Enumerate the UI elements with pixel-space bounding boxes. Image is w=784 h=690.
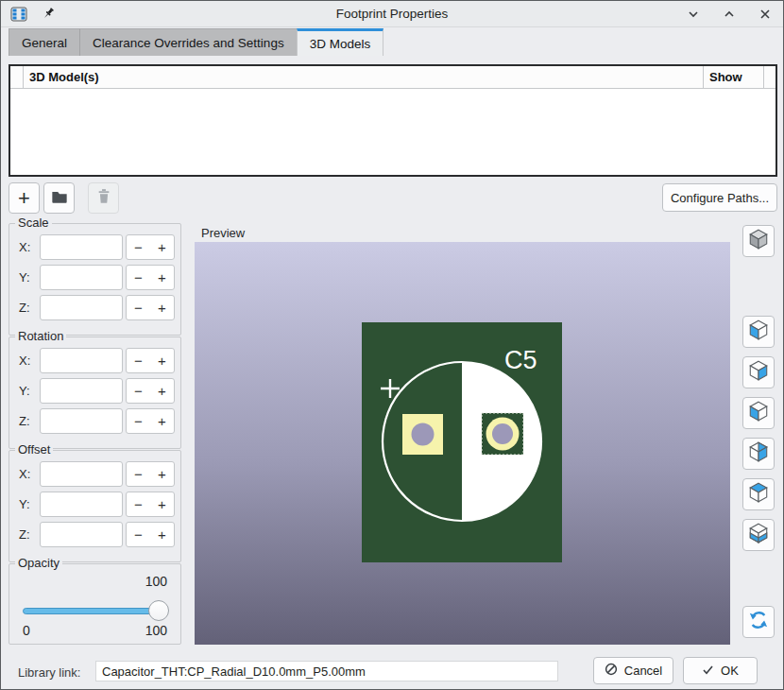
preview-3d-viewport[interactable]: C5 (195, 242, 730, 645)
plus-button[interactable]: + (150, 492, 174, 516)
window-title: Footprint Properties (1, 7, 783, 21)
refresh-icon (747, 609, 770, 635)
library-link-field (95, 661, 558, 681)
rotation-x-spinner: − + (126, 348, 175, 373)
tab-bar: General Clearance Overrides and Settings… (9, 28, 383, 56)
cancel-icon (605, 663, 618, 679)
offset-y-input[interactable] (40, 492, 123, 517)
minus-button[interactable]: − (127, 379, 150, 403)
scale-x-spinner: − + (126, 234, 175, 260)
scale-y-label: Y: (19, 270, 40, 285)
offset-y-label: Y: (19, 497, 40, 511)
library-link-label: Library link: (18, 665, 80, 680)
view-right-button[interactable] (742, 356, 775, 388)
offset-x-spinner: − + (126, 461, 175, 487)
view-bottom-button[interactable] (742, 519, 775, 551)
rotation-z-spinner: − + (126, 408, 175, 434)
scale-z-input[interactable] (40, 295, 123, 320)
view-back-cube-icon (747, 440, 770, 467)
plus-button[interactable]: + (150, 349, 174, 372)
chevron-down-icon[interactable] (685, 6, 702, 23)
models-table-corner-cell (10, 66, 24, 89)
rotation-y-input[interactable] (40, 378, 123, 404)
view-back-button[interactable] (742, 438, 775, 470)
ok-label: OK (721, 664, 739, 678)
minus-button[interactable]: − (127, 235, 150, 259)
check-icon (702, 664, 714, 679)
titlebar: Footprint Properties (1, 1, 783, 27)
opacity-slider-thumb[interactable] (148, 600, 169, 621)
view-right-cube-icon (747, 359, 770, 386)
view-front-button[interactable] (742, 397, 775, 429)
offset-x-row: X: − + (15, 458, 175, 489)
opacity-slider-track[interactable] (23, 608, 167, 614)
rotation-x-row: X: − + (15, 345, 175, 375)
offset-group-title: Offset (15, 442, 53, 457)
pcb-board-render: C5 (362, 322, 562, 562)
isometric-cube-icon (747, 228, 770, 254)
minus-button[interactable]: − (127, 462, 150, 486)
plus-button[interactable]: + (150, 409, 174, 433)
opacity-max-label: 100 (145, 623, 167, 638)
offset-z-input[interactable] (40, 522, 123, 547)
ok-button[interactable]: OK (683, 657, 758, 684)
view-left-cube-icon (747, 319, 770, 345)
view-left-button[interactable] (742, 316, 775, 348)
minus-button[interactable]: − (127, 523, 150, 546)
opacity-min-label: 0 (23, 623, 30, 638)
plus-button[interactable]: + (150, 523, 174, 546)
models-table[interactable]: 3D Model(s) Show (9, 64, 777, 177)
plus-button[interactable]: + (150, 235, 174, 259)
minus-button[interactable]: − (127, 492, 150, 516)
view-top-button[interactable] (742, 478, 775, 510)
reload-preview-button[interactable] (742, 606, 775, 638)
opacity-slider[interactable] (23, 600, 167, 621)
folder-icon (51, 189, 68, 208)
tab-general-label: General (22, 36, 67, 50)
plus-button[interactable]: + (150, 266, 174, 289)
cancel-label: Cancel (624, 664, 662, 678)
tab-general[interactable]: General (9, 28, 80, 56)
offset-z-row: Z: − + (15, 519, 175, 549)
view-top-cube-icon (747, 481, 770, 508)
plus-button[interactable]: + (150, 379, 174, 403)
pad-2-hole (492, 423, 513, 444)
tab-3d-models[interactable]: 3D Models (297, 28, 384, 56)
minus-button[interactable]: − (127, 266, 150, 289)
opacity-value: 100 (145, 574, 167, 589)
opacity-group-title: Opacity (15, 556, 62, 570)
offset-group: Offset X: − + Y: − + Z: (9, 450, 181, 562)
preview-label: Preview (201, 226, 245, 240)
plus-icon: + (18, 186, 30, 211)
rotation-x-input[interactable] (40, 348, 123, 373)
minus-button[interactable]: − (127, 296, 150, 319)
offset-z-label: Z: (19, 527, 40, 542)
scale-x-input[interactable] (40, 234, 123, 260)
rotation-z-input[interactable] (40, 408, 123, 434)
reference-designator: C5 (504, 346, 537, 374)
configure-paths-button[interactable]: Configure Paths... (662, 183, 777, 212)
minus-button[interactable]: − (127, 409, 150, 433)
models-table-column-show: Show (704, 66, 764, 89)
cancel-button[interactable]: Cancel (593, 657, 673, 684)
models-table-body[interactable] (10, 89, 775, 175)
browse-model-button[interactable] (43, 182, 75, 214)
close-icon[interactable] (757, 6, 774, 23)
offset-x-input[interactable] (40, 461, 123, 487)
opacity-group: Opacity 100 0 100 (9, 563, 181, 645)
tab-clearance-overrides[interactable]: Clearance Overrides and Settings (80, 28, 297, 56)
minus-button[interactable]: − (127, 349, 150, 372)
chevron-up-icon[interactable] (721, 6, 738, 23)
footprint-properties-dialog: Footprint Properties General Clearance O… (0, 0, 784, 690)
add-model-button[interactable]: + (9, 182, 40, 214)
offset-y-row: Y: − + (15, 489, 175, 519)
scale-y-input[interactable] (40, 265, 123, 290)
scale-x-label: X: (19, 240, 40, 254)
plus-button[interactable]: + (150, 462, 174, 486)
plus-button[interactable]: + (150, 296, 174, 319)
offset-y-spinner: − + (126, 492, 175, 517)
delete-model-button[interactable] (88, 182, 119, 214)
view-bottom-cube-icon (747, 522, 770, 548)
configure-paths-label: Configure Paths... (671, 191, 769, 205)
view-isometric-button[interactable] (742, 225, 775, 257)
